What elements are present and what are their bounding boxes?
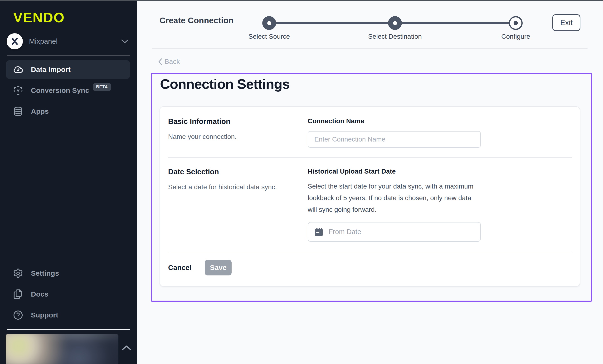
sidebar-item-data-import[interactable]: Data Import bbox=[6, 60, 130, 79]
connection-name-input[interactable] bbox=[308, 131, 481, 148]
step-label: Select Destination bbox=[345, 33, 445, 40]
sidebar-footer-nav: Settings Docs bbox=[6, 264, 130, 327]
start-date-description: Select the start date for your data sync… bbox=[308, 180, 474, 215]
step-label: Select Source bbox=[219, 33, 319, 40]
sidebar-item-label: Docs bbox=[31, 290, 48, 298]
sidebar-item-apps[interactable]: Apps bbox=[6, 102, 130, 121]
calendar-icon bbox=[314, 227, 324, 237]
help-circle-icon bbox=[13, 310, 23, 320]
section-description: Name your connection. bbox=[168, 133, 308, 141]
settings-card: Basic Information Name your connection. … bbox=[160, 106, 580, 287]
beta-badge: BETA bbox=[93, 83, 111, 91]
exit-button[interactable]: Exit bbox=[552, 14, 580, 31]
from-date-placeholder: From Date bbox=[329, 228, 361, 236]
sidebar-nav: Data Import Conversion Sync BETA bbox=[6, 60, 130, 123]
section-title: Basic Information bbox=[168, 117, 308, 126]
back-label: Back bbox=[164, 58, 180, 66]
connection-settings-panel: Connection Settings Basic Information Na… bbox=[151, 73, 592, 302]
sidebar-item-label: Conversion Sync bbox=[31, 87, 89, 95]
chevron-down-icon bbox=[121, 39, 129, 44]
vendo-logo: VENDO bbox=[13, 10, 65, 25]
sync-scatter-icon bbox=[13, 85, 23, 96]
workspace-name: Mixpanel bbox=[29, 37, 121, 45]
connection-name-label: Connection Name bbox=[308, 117, 572, 125]
sidebar-item-label: Apps bbox=[31, 107, 49, 115]
date-selection-section: Date Selection Select a date for histori… bbox=[168, 158, 572, 252]
step-node-select-destination bbox=[388, 16, 402, 30]
cloud-download-icon bbox=[13, 64, 23, 75]
user-account-card[interactable] bbox=[6, 334, 118, 364]
save-button[interactable]: Save bbox=[205, 260, 232, 276]
chevron-left-icon bbox=[158, 58, 162, 65]
page-title: Create Connection bbox=[160, 16, 233, 25]
docs-icon bbox=[13, 289, 23, 299]
basic-information-section: Basic Information Name your connection. … bbox=[168, 107, 572, 157]
chevron-up-icon[interactable] bbox=[121, 344, 132, 352]
window-top-strip bbox=[0, 0, 603, 1]
workspace-selector[interactable]: Mixpanel bbox=[7, 33, 129, 50]
header-divider bbox=[152, 48, 588, 49]
section-description: Select a date for historical data sync. bbox=[168, 183, 308, 191]
back-link[interactable]: Back bbox=[158, 58, 180, 66]
app-window: VENDO Mixpanel bbox=[0, 0, 603, 364]
step-label: Configure bbox=[466, 33, 566, 40]
sidebar-item-docs[interactable]: Docs bbox=[6, 285, 130, 303]
sidebar-item-support[interactable]: Support bbox=[6, 306, 130, 324]
sidebar-item-label: Support bbox=[31, 311, 58, 319]
sidebar-item-label: Data Import bbox=[31, 66, 71, 74]
main-area: Create Connection Select Source Select D… bbox=[137, 0, 603, 364]
sidebar-divider bbox=[7, 55, 130, 56]
gear-icon bbox=[13, 268, 23, 278]
mixpanel-logo-icon bbox=[7, 33, 23, 49]
card-footer: Cancel Save bbox=[168, 252, 572, 276]
sidebar-bottom-divider bbox=[7, 329, 130, 330]
step-node-select-source bbox=[262, 16, 276, 30]
database-icon bbox=[13, 106, 23, 117]
section-title: Date Selection bbox=[168, 168, 308, 176]
sidebar: VENDO Mixpanel bbox=[0, 0, 137, 364]
panel-title: Connection Settings bbox=[160, 76, 290, 92]
sidebar-item-settings[interactable]: Settings bbox=[6, 264, 130, 283]
blurred-user-info bbox=[6, 334, 118, 364]
from-date-input[interactable]: From Date bbox=[308, 222, 481, 242]
cancel-button[interactable]: Cancel bbox=[168, 264, 191, 272]
start-date-label: Historical Upload Start Date bbox=[308, 168, 572, 175]
sidebar-item-conversion-sync[interactable]: Conversion Sync BETA bbox=[6, 81, 130, 100]
sidebar-item-label: Settings bbox=[31, 269, 59, 277]
step-node-configure bbox=[509, 16, 523, 30]
